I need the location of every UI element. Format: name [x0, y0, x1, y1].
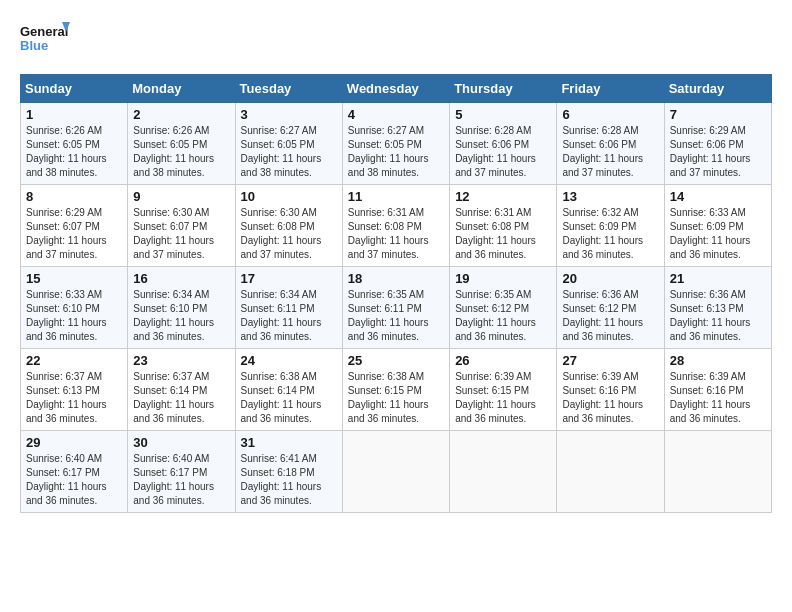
weekday-tuesday: Tuesday — [235, 75, 342, 103]
day-cell: 24 Sunrise: 6:38 AMSunset: 6:14 PMDaylig… — [235, 349, 342, 431]
day-detail: Sunrise: 6:28 AMSunset: 6:06 PMDaylight:… — [455, 125, 536, 178]
day-number: 3 — [241, 107, 337, 122]
day-detail: Sunrise: 6:33 AMSunset: 6:09 PMDaylight:… — [670, 207, 751, 260]
day-cell: 11 Sunrise: 6:31 AMSunset: 6:08 PMDaylig… — [342, 185, 449, 267]
day-number: 2 — [133, 107, 229, 122]
day-cell — [450, 431, 557, 513]
day-cell: 17 Sunrise: 6:34 AMSunset: 6:11 PMDaylig… — [235, 267, 342, 349]
day-number: 17 — [241, 271, 337, 286]
day-cell: 21 Sunrise: 6:36 AMSunset: 6:13 PMDaylig… — [664, 267, 771, 349]
logo: General Blue — [20, 20, 70, 64]
day-number: 1 — [26, 107, 122, 122]
day-detail: Sunrise: 6:35 AMSunset: 6:12 PMDaylight:… — [455, 289, 536, 342]
weekday-sunday: Sunday — [21, 75, 128, 103]
week-row-2: 8 Sunrise: 6:29 AMSunset: 6:07 PMDayligh… — [21, 185, 772, 267]
day-number: 19 — [455, 271, 551, 286]
day-detail: Sunrise: 6:39 AMSunset: 6:16 PMDaylight:… — [670, 371, 751, 424]
day-cell: 2 Sunrise: 6:26 AMSunset: 6:05 PMDayligh… — [128, 103, 235, 185]
day-number: 16 — [133, 271, 229, 286]
day-detail: Sunrise: 6:27 AMSunset: 6:05 PMDaylight:… — [241, 125, 322, 178]
day-cell: 16 Sunrise: 6:34 AMSunset: 6:10 PMDaylig… — [128, 267, 235, 349]
day-detail: Sunrise: 6:26 AMSunset: 6:05 PMDaylight:… — [133, 125, 214, 178]
day-detail: Sunrise: 6:30 AMSunset: 6:08 PMDaylight:… — [241, 207, 322, 260]
day-detail: Sunrise: 6:38 AMSunset: 6:15 PMDaylight:… — [348, 371, 429, 424]
day-detail: Sunrise: 6:29 AMSunset: 6:07 PMDaylight:… — [26, 207, 107, 260]
day-number: 24 — [241, 353, 337, 368]
day-number: 20 — [562, 271, 658, 286]
day-detail: Sunrise: 6:29 AMSunset: 6:06 PMDaylight:… — [670, 125, 751, 178]
day-number: 26 — [455, 353, 551, 368]
weekday-thursday: Thursday — [450, 75, 557, 103]
day-detail: Sunrise: 6:36 AMSunset: 6:13 PMDaylight:… — [670, 289, 751, 342]
day-number: 5 — [455, 107, 551, 122]
day-number: 7 — [670, 107, 766, 122]
page-header: General Blue — [20, 20, 772, 64]
day-number: 11 — [348, 189, 444, 204]
day-cell: 18 Sunrise: 6:35 AMSunset: 6:11 PMDaylig… — [342, 267, 449, 349]
day-detail: Sunrise: 6:36 AMSunset: 6:12 PMDaylight:… — [562, 289, 643, 342]
day-cell — [557, 431, 664, 513]
week-row-1: 1 Sunrise: 6:26 AMSunset: 6:05 PMDayligh… — [21, 103, 772, 185]
day-detail: Sunrise: 6:41 AMSunset: 6:18 PMDaylight:… — [241, 453, 322, 506]
day-detail: Sunrise: 6:28 AMSunset: 6:06 PMDaylight:… — [562, 125, 643, 178]
day-detail: Sunrise: 6:31 AMSunset: 6:08 PMDaylight:… — [455, 207, 536, 260]
day-cell: 3 Sunrise: 6:27 AMSunset: 6:05 PMDayligh… — [235, 103, 342, 185]
logo-svg: General Blue — [20, 20, 70, 64]
day-detail: Sunrise: 6:37 AMSunset: 6:14 PMDaylight:… — [133, 371, 214, 424]
day-cell: 13 Sunrise: 6:32 AMSunset: 6:09 PMDaylig… — [557, 185, 664, 267]
day-number: 8 — [26, 189, 122, 204]
day-number: 12 — [455, 189, 551, 204]
weekday-header-row: SundayMondayTuesdayWednesdayThursdayFrid… — [21, 75, 772, 103]
day-detail: Sunrise: 6:32 AMSunset: 6:09 PMDaylight:… — [562, 207, 643, 260]
day-cell: 15 Sunrise: 6:33 AMSunset: 6:10 PMDaylig… — [21, 267, 128, 349]
day-cell: 26 Sunrise: 6:39 AMSunset: 6:15 PMDaylig… — [450, 349, 557, 431]
day-cell: 30 Sunrise: 6:40 AMSunset: 6:17 PMDaylig… — [128, 431, 235, 513]
day-detail: Sunrise: 6:26 AMSunset: 6:05 PMDaylight:… — [26, 125, 107, 178]
day-cell: 28 Sunrise: 6:39 AMSunset: 6:16 PMDaylig… — [664, 349, 771, 431]
day-number: 13 — [562, 189, 658, 204]
day-number: 23 — [133, 353, 229, 368]
day-number: 31 — [241, 435, 337, 450]
day-detail: Sunrise: 6:34 AMSunset: 6:10 PMDaylight:… — [133, 289, 214, 342]
day-detail: Sunrise: 6:27 AMSunset: 6:05 PMDaylight:… — [348, 125, 429, 178]
day-detail: Sunrise: 6:38 AMSunset: 6:14 PMDaylight:… — [241, 371, 322, 424]
day-number: 4 — [348, 107, 444, 122]
day-number: 25 — [348, 353, 444, 368]
day-detail: Sunrise: 6:40 AMSunset: 6:17 PMDaylight:… — [26, 453, 107, 506]
day-cell: 22 Sunrise: 6:37 AMSunset: 6:13 PMDaylig… — [21, 349, 128, 431]
day-number: 22 — [26, 353, 122, 368]
calendar-table: SundayMondayTuesdayWednesdayThursdayFrid… — [20, 74, 772, 513]
day-detail: Sunrise: 6:35 AMSunset: 6:11 PMDaylight:… — [348, 289, 429, 342]
svg-text:General: General — [20, 24, 68, 39]
day-cell: 4 Sunrise: 6:27 AMSunset: 6:05 PMDayligh… — [342, 103, 449, 185]
svg-text:Blue: Blue — [20, 38, 48, 53]
day-detail: Sunrise: 6:30 AMSunset: 6:07 PMDaylight:… — [133, 207, 214, 260]
day-number: 6 — [562, 107, 658, 122]
day-detail: Sunrise: 6:31 AMSunset: 6:08 PMDaylight:… — [348, 207, 429, 260]
day-detail: Sunrise: 6:34 AMSunset: 6:11 PMDaylight:… — [241, 289, 322, 342]
day-number: 18 — [348, 271, 444, 286]
day-number: 10 — [241, 189, 337, 204]
day-cell: 20 Sunrise: 6:36 AMSunset: 6:12 PMDaylig… — [557, 267, 664, 349]
day-number: 27 — [562, 353, 658, 368]
day-detail: Sunrise: 6:40 AMSunset: 6:17 PMDaylight:… — [133, 453, 214, 506]
day-cell: 7 Sunrise: 6:29 AMSunset: 6:06 PMDayligh… — [664, 103, 771, 185]
day-cell: 29 Sunrise: 6:40 AMSunset: 6:17 PMDaylig… — [21, 431, 128, 513]
day-cell: 14 Sunrise: 6:33 AMSunset: 6:09 PMDaylig… — [664, 185, 771, 267]
day-cell — [342, 431, 449, 513]
week-row-4: 22 Sunrise: 6:37 AMSunset: 6:13 PMDaylig… — [21, 349, 772, 431]
weekday-friday: Friday — [557, 75, 664, 103]
day-cell: 31 Sunrise: 6:41 AMSunset: 6:18 PMDaylig… — [235, 431, 342, 513]
day-cell: 27 Sunrise: 6:39 AMSunset: 6:16 PMDaylig… — [557, 349, 664, 431]
day-detail: Sunrise: 6:39 AMSunset: 6:16 PMDaylight:… — [562, 371, 643, 424]
day-number: 9 — [133, 189, 229, 204]
day-number: 14 — [670, 189, 766, 204]
day-number: 21 — [670, 271, 766, 286]
day-cell — [664, 431, 771, 513]
day-cell: 5 Sunrise: 6:28 AMSunset: 6:06 PMDayligh… — [450, 103, 557, 185]
day-cell: 12 Sunrise: 6:31 AMSunset: 6:08 PMDaylig… — [450, 185, 557, 267]
weekday-wednesday: Wednesday — [342, 75, 449, 103]
day-cell: 8 Sunrise: 6:29 AMSunset: 6:07 PMDayligh… — [21, 185, 128, 267]
day-number: 29 — [26, 435, 122, 450]
weekday-saturday: Saturday — [664, 75, 771, 103]
